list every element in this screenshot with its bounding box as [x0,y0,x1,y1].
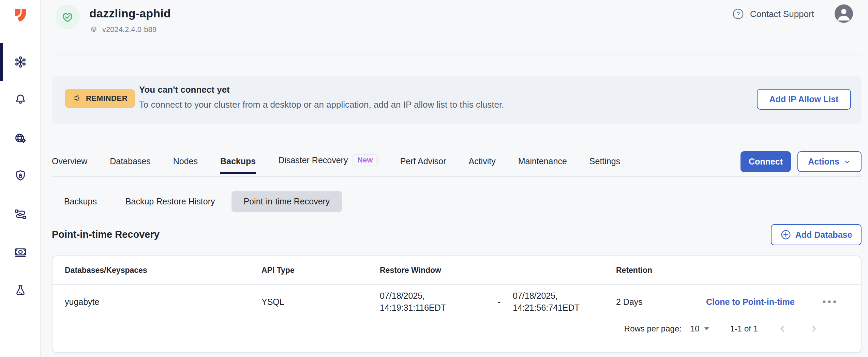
chevron-left-icon [777,324,788,334]
previous-page-button[interactable] [776,322,789,336]
rows-per-page-value: 10 [690,324,700,333]
tabs-divider [52,176,862,177]
tab-nodes[interactable]: Nodes [173,156,198,174]
tab-backups[interactable]: Backups [220,156,256,174]
chevron-down-icon [843,158,851,166]
subtab-backups[interactable]: Backups [52,191,109,212]
cluster-health-badge [55,5,80,29]
pagination-range: 1-1 of 1 [730,324,758,333]
reminder-badge-label: REMINDER [86,94,128,103]
add-database-button[interactable]: Add Database [771,224,862,245]
cell-retention: 2 Days [616,297,706,307]
contact-support-button[interactable]: ? Contact Support [732,7,814,20]
banner-title: You can't connect yet [139,84,230,95]
col-retention: Retention [616,266,706,275]
row-menu-icon[interactable]: ••• [819,296,861,308]
rows-per-page-label: Rows per page: [624,324,682,333]
sidebar-item-security[interactable] [14,169,27,183]
labs-flask-icon [14,284,27,297]
sidebar [0,0,41,357]
sidebar-item-alerts[interactable] [14,92,27,105]
security-shield-lock-icon [14,169,27,183]
rows-per-page-select[interactable]: 10 [690,324,709,333]
section-title: Point-in-time Recovery [52,229,160,240]
sidebar-item-clusters[interactable] [14,55,27,69]
tab-settings[interactable]: Settings [589,156,620,174]
plus-circle-icon [780,229,791,240]
clone-to-point-in-time-link[interactable]: Clone to Point-in-time [706,297,819,307]
table-row: yugabyte YSQL 07/18/2025, 14:19:31:116ED… [53,285,861,319]
megaphone-icon [72,93,83,104]
reminder-badge: REMINDER [65,89,135,108]
tab-perf-advisor[interactable]: Perf Advisor [400,156,446,174]
backup-subtabs: Backups Backup Restore History Point-in-… [52,191,342,212]
add-database-label: Add Database [795,230,852,240]
caret-down-icon [704,327,709,330]
layers-icon [89,25,98,34]
header-divider [52,55,862,55]
reminder-banner: REMINDER You can't connect yet To connec… [52,76,862,124]
sidebar-item-network[interactable] [14,131,27,145]
cluster-tabs: Overview Databases Nodes Backups Disaste… [52,154,620,174]
col-restore-window: Restore Window [380,266,616,275]
cell-api-type: YSQL [261,297,380,307]
actions-button-label: Actions [808,157,839,167]
tab-overview[interactable]: Overview [52,156,87,174]
sidebar-active-indicator [0,43,3,81]
new-badge: New [353,154,377,166]
add-ip-allow-list-button[interactable]: Add IP Allow List [757,89,851,110]
cluster-version: v2024.2.4.0-b89 [89,25,156,34]
connect-button[interactable]: Connect [740,151,791,172]
svg-text:?: ? [736,11,740,18]
contact-support-label: Contact Support [750,9,814,19]
tab-maintenance[interactable]: Maintenance [518,156,567,174]
sidebar-item-integrations[interactable] [14,207,27,221]
billing-icon [14,245,27,259]
person-icon [835,4,853,23]
alerts-bell-icon [14,92,27,105]
cell-restore-window: 07/18/2025, 14:19:31:116EDT - 07/18/2025… [380,290,616,314]
tab-databases[interactable]: Databases [110,156,151,174]
pagination: Rows per page: 10 1-1 of 1 [624,320,821,337]
user-avatar[interactable] [835,4,853,23]
yugabyte-logo-icon[interactable] [11,5,30,25]
tab-disaster-recovery[interactable]: Disaster Recovery New [278,154,377,174]
version-label: v2024.2.4.0-b89 [102,25,156,34]
heart-check-icon [61,10,74,24]
subtab-backup-restore-history[interactable]: Backup Restore History [113,191,227,212]
banner-message: To connect to your cluster from a deskto… [139,99,504,110]
subtab-point-in-time-recovery[interactable]: Point-in-time Recovery [231,191,342,212]
actions-button[interactable]: Actions [797,151,862,172]
chevron-right-icon [809,324,819,334]
range-separator: - [498,297,505,307]
clusters-icon [14,55,27,69]
sidebar-item-labs[interactable] [14,284,27,297]
sidebar-item-billing[interactable] [14,245,27,259]
question-circle-icon: ? [732,7,745,20]
network-globe-gear-icon [14,131,27,145]
col-databases-keyspaces: Databases/Keyspaces [65,266,261,275]
cell-database: yugabyte [65,297,261,307]
next-page-button[interactable] [807,322,821,336]
col-api-type: API Type [261,266,380,275]
table-header-row: Databases/Keyspaces API Type Restore Win… [53,256,861,285]
integrations-icon [14,207,27,221]
page-title: dazzling-aphid [89,7,171,20]
tab-activity[interactable]: Activity [468,156,495,174]
pitr-table-card: Databases/Keyspaces API Type Restore Win… [52,255,862,353]
